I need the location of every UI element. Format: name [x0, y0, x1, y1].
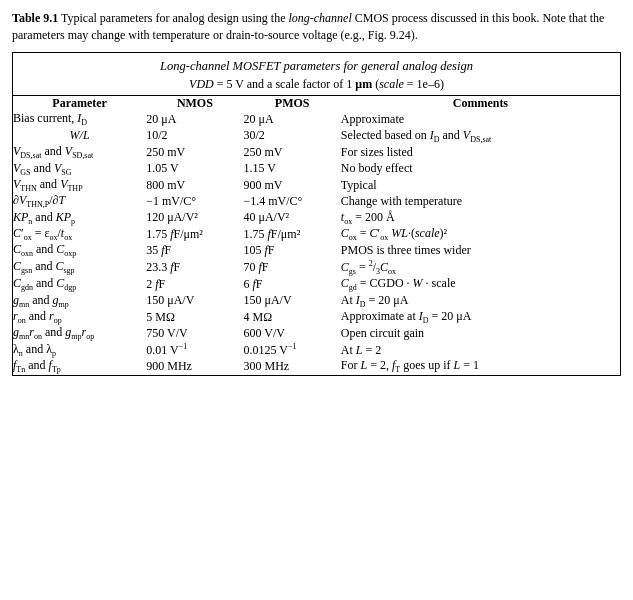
table-row: KPn and KPp 120 μA/V² 40 μA/V² tox = 200… — [13, 210, 621, 226]
nmos-cell: 35 fF — [146, 242, 243, 258]
pmos-cell: 40 μA/V² — [244, 210, 341, 226]
param-cell: W/L — [13, 128, 147, 144]
table-row: Cgdn and Cdgp 2 fF 6 fF Cgd = CGDO · W ·… — [13, 276, 621, 292]
table-row: VGS and VSG 1.05 V 1.15 V No body effect — [13, 161, 621, 177]
param-cell: Bias current, ID — [13, 111, 147, 127]
nmos-cell: 800 mV — [146, 177, 243, 193]
param-cell: gmnron and gmprop — [13, 325, 147, 341]
pmos-cell: 600 V/V — [244, 325, 341, 341]
pmos-cell: 250 mV — [244, 144, 341, 160]
table-row: VTHN and VTHP 800 mV 900 mV Typical — [13, 177, 621, 193]
header-nmos: NMOS — [146, 96, 243, 112]
param-cell: Coxn and Coxp — [13, 242, 147, 258]
caption-italic: long-channel — [288, 11, 351, 25]
table-row: fTn and fTp 900 MHz 300 MHz For L = 2, f… — [13, 358, 621, 375]
pmos-cell: 105 fF — [244, 242, 341, 258]
table-row: ron and rop 5 MΩ 4 MΩ Approximate at ID … — [13, 309, 621, 325]
param-cell: VTHN and VTHP — [13, 177, 147, 193]
param-cell: VDS,sat and VSD,sat — [13, 144, 147, 160]
comments-cell: At L = 2 — [341, 342, 621, 358]
comments-cell: Open circuit gain — [341, 325, 621, 341]
table-row: Bias current, ID 20 μA 20 μA Approximate — [13, 111, 621, 127]
nmos-cell: 5 MΩ — [146, 309, 243, 325]
pmos-cell: 300 MHz — [244, 358, 341, 375]
comments-cell: Cgs = 2/3Cox — [341, 259, 621, 276]
pmos-cell: 0.0125 V−1 — [244, 342, 341, 358]
nmos-cell: 120 μA/V² — [146, 210, 243, 226]
header-row: Parameter NMOS PMOS Comments — [13, 96, 621, 112]
pmos-cell: 70 fF — [244, 259, 341, 276]
table-row: VDS,sat and VSD,sat 250 mV 250 mV For si… — [13, 144, 621, 160]
nmos-cell: 10/2 — [146, 128, 243, 144]
table-row: Cgsn and Csgp 23.3 fF 70 fF Cgs = 2/3Cox — [13, 259, 621, 276]
comments-cell: For L = 2, fT goes up if L = 1 — [341, 358, 621, 375]
comments-cell: Change with temperature — [341, 193, 621, 209]
pmos-cell: −1.4 mV/C° — [244, 193, 341, 209]
header-param: Parameter — [13, 96, 147, 112]
table-label: Table 9.1 — [12, 11, 58, 25]
comments-cell: tox = 200 Å — [341, 210, 621, 226]
param-cell: Cgsn and Csgp — [13, 259, 147, 276]
comments-cell: PMOS is three times wider — [341, 242, 621, 258]
table-row: W/L 10/2 30/2 Selected based on ID and V… — [13, 128, 621, 144]
table-row: λn and λp 0.01 V−1 0.0125 V−1 At L = 2 — [13, 342, 621, 358]
nmos-cell: 2 fF — [146, 276, 243, 292]
table-row: Coxn and Coxp 35 fF 105 fF PMOS is three… — [13, 242, 621, 258]
header-comments: Comments — [341, 96, 621, 112]
param-cell: KPn and KPp — [13, 210, 147, 226]
title-row: Long-channel MOSFET parameters for gener… — [13, 52, 621, 96]
table-row: C′ox = εox/tox 1.75 fF/μm² 1.75 fF/μm² C… — [13, 226, 621, 242]
comments-cell: Selected based on ID and VDS,sat — [341, 128, 621, 144]
nmos-cell: 250 mV — [146, 144, 243, 160]
pmos-cell: 150 μA/V — [244, 293, 341, 309]
pmos-cell: 6 fF — [244, 276, 341, 292]
param-cell: gmn and gmp — [13, 293, 147, 309]
pmos-cell: 1.15 V — [244, 161, 341, 177]
nmos-cell: 1.05 V — [146, 161, 243, 177]
caption-text1: Typical parameters for analog design usi… — [58, 11, 288, 25]
nmos-cell: 20 μA — [146, 111, 243, 127]
nmos-cell: 23.3 fF — [146, 259, 243, 276]
nmos-cell: 0.01 V−1 — [146, 342, 243, 358]
nmos-cell: 750 V/V — [146, 325, 243, 341]
pmos-cell: 20 μA — [244, 111, 341, 127]
title-sub-text: VDD = 5 V and a scale factor of 1 μm (sc… — [189, 77, 444, 91]
table-title-cell: Long-channel MOSFET parameters for gener… — [13, 52, 621, 96]
comments-cell: Typical — [341, 177, 621, 193]
table-row: gmn and gmp 150 μA/V 150 μA/V At ID = 20… — [13, 293, 621, 309]
caption: Table 9.1 Typical parameters for analog … — [12, 10, 621, 44]
nmos-cell: 1.75 fF/μm² — [146, 226, 243, 242]
outer-table: Long-channel MOSFET parameters for gener… — [12, 52, 621, 376]
param-cell: ron and rop — [13, 309, 147, 325]
nmos-cell: −1 mV/C° — [146, 193, 243, 209]
table-row: gmnron and gmprop 750 V/V 600 V/V Open c… — [13, 325, 621, 341]
pmos-cell: 1.75 fF/μm² — [244, 226, 341, 242]
comments-cell: Cox = C′ox WL·(scale)² — [341, 226, 621, 242]
comments-cell: Approximate — [341, 111, 621, 127]
comments-cell: No body effect — [341, 161, 621, 177]
comments-cell: At ID = 20 μA — [341, 293, 621, 309]
param-cell: fTn and fTp — [13, 358, 147, 375]
nmos-cell: 900 MHz — [146, 358, 243, 375]
param-cell: λn and λp — [13, 342, 147, 358]
comments-cell: Cgd = CGDO · W · scale — [341, 276, 621, 292]
param-cell: ∂VTHN,P/∂T — [13, 193, 147, 209]
pmos-cell: 4 MΩ — [244, 309, 341, 325]
param-cell: VGS and VSG — [13, 161, 147, 177]
pmos-cell: 30/2 — [244, 128, 341, 144]
param-cell: C′ox = εox/tox — [13, 226, 147, 242]
comments-cell: For sizes listed — [341, 144, 621, 160]
pmos-cell: 900 mV — [244, 177, 341, 193]
param-cell: Cgdn and Cdgp — [13, 276, 147, 292]
table-row: ∂VTHN,P/∂T −1 mV/C° −1.4 mV/C° Change wi… — [13, 193, 621, 209]
nmos-cell: 150 μA/V — [146, 293, 243, 309]
comments-cell: Approximate at ID = 20 μA — [341, 309, 621, 325]
title-line2: VDD = 5 V and a scale factor of 1 μm (sc… — [19, 75, 614, 93]
title-line1: Long-channel MOSFET parameters for gener… — [19, 57, 614, 76]
header-pmos: PMOS — [244, 96, 341, 112]
